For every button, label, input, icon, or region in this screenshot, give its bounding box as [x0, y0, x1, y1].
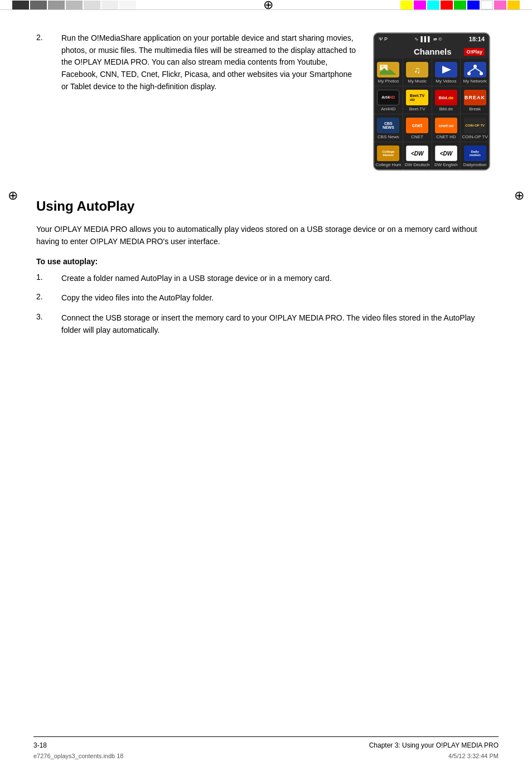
autoplay-description: Your O!PLAY MEDIA PRO allows you to auto… [36, 223, 496, 248]
svg-rect-8 [465, 62, 486, 77]
channel-cnet[interactable]: cnet CNET [403, 114, 432, 142]
cnethd-icon: cnet HD [435, 118, 457, 133]
svg-text:♫: ♫ [414, 65, 420, 75]
oplay-badge: O!Play [464, 48, 485, 56]
step-text-1: Create a folder named AutoPlay in a USB … [61, 273, 332, 285]
footer-chapter: Chapter 3: Using your O!PLAY MEDIA PRO [369, 741, 499, 749]
channel-dwenglish[interactable]: <DW DW English [432, 142, 461, 169]
item-body-2: Run the O!MediaShare application on your… [61, 32, 356, 93]
phone-time: 18:14 [469, 36, 485, 42]
channel-label-my-music: My Music [408, 79, 427, 84]
svg-point-9 [473, 65, 477, 68]
phone-title-bar: Channels O!Play [374, 45, 489, 59]
channel-art4hd[interactable]: Art4HD Art4HD [374, 86, 403, 114]
item-number-2: 2. [36, 32, 50, 93]
autoplay-section: Using AutoPlay Your O!PLAY MEDIA PRO all… [36, 198, 496, 337]
dailymotion-icon: Dailymotion [464, 146, 486, 161]
channel-break[interactable]: BREAK Break [461, 86, 489, 114]
top-bar: ⊕ [0, 0, 532, 10]
wifi-icon: ∿ [414, 36, 419, 42]
phone-status-bar: Ψ P ∿ ▌▌▌ ⇄ © 18:14 [374, 33, 489, 45]
channel-label-bilde: Bild.de [439, 106, 453, 111]
channel-label-art4hd: Art4HD [381, 106, 395, 111]
phone-status-left: Ψ P [379, 36, 388, 42]
phone-frame: Ψ P ∿ ▌▌▌ ⇄ © 18:14 Channels [373, 32, 490, 171]
page-content: ⊕ ⊕ 2. Run the O!MediaShare application … [0, 10, 532, 411]
page-footer: 3-18 Chapter 3: Using your O!PLAY MEDIA … [0, 736, 532, 759]
footer-divider [33, 736, 499, 737]
phone-status-center: ∿ ▌▌▌ ⇄ © [414, 36, 442, 42]
left-reg-mark: ⊕ [8, 188, 18, 203]
right-reg-mark: ⊕ [514, 188, 524, 203]
my-photos-icon [377, 62, 399, 77]
phone-status-icons-left: Ψ P [379, 36, 388, 42]
step-item-2: 2. Copy the video files into the AutoPla… [36, 292, 496, 304]
autoplay-title: Using AutoPlay [36, 198, 496, 214]
channel-dailymotion[interactable]: Dailymotion Dailymotion [461, 142, 489, 169]
phone-screenshot: Ψ P ∿ ▌▌▌ ⇄ © 18:14 Channels [373, 32, 496, 171]
channel-cbsnews[interactable]: CBSNEWS CBS News [374, 114, 403, 142]
channel-cnethd[interactable]: cnet HD CNET HD [432, 114, 461, 142]
channel-label-cnethd: CNET HD [436, 134, 456, 139]
channel-collegehum[interactable]: CollegeHumor College Hum [374, 142, 403, 169]
footer-filename: e7276_oplays3_contents.indb 18 [33, 753, 123, 759]
dwenglish-icon: <DW [435, 146, 457, 161]
channel-dwdeutsch[interactable]: <DW DW Deutsch [403, 142, 432, 169]
svg-point-2 [381, 65, 384, 67]
intro-text-area: 2. Run the O!MediaShare application on y… [36, 32, 356, 171]
channel-my-photos[interactable]: My Photos [374, 59, 403, 86]
step-text-2: Copy the video files into the AutoPlay f… [61, 292, 214, 304]
beetv-icon: Beet.TVHD [406, 90, 428, 105]
svg-point-10 [467, 72, 471, 75]
my-network-icon [464, 62, 486, 77]
channel-label-beetv: Beet.TV [409, 106, 425, 111]
bilde-icon: Bild.de [435, 90, 457, 105]
signal-icon: ▌▌▌ [420, 36, 431, 42]
channels-grid: My Photos ♫ My Music My V [374, 59, 489, 169]
channel-label-my-network: My Network [463, 79, 487, 84]
cnet-icon: cnet [406, 118, 428, 133]
channel-bilde[interactable]: Bild.de Bild.de [432, 86, 461, 114]
channel-my-music[interactable]: ♫ My Music [403, 59, 432, 86]
art4hd-icon: Art4HD [377, 90, 399, 105]
my-videos-icon [435, 62, 457, 77]
footer-filename-bar: e7276_oplays3_contents.indb 18 4/5/12 3:… [33, 753, 499, 759]
steps-list: 1. Create a folder named AutoPlay in a U… [36, 273, 496, 337]
channel-label-my-photos: My Photos [378, 79, 399, 84]
channel-my-videos[interactable]: My Videos [432, 59, 461, 86]
coinop-icon: COIN-OP TV [464, 118, 486, 133]
step-text-3: Connect the USB storage or insert the me… [61, 312, 496, 336]
arrow-icon: ⇄ [433, 37, 437, 42]
autoplay-subtitle: To use autoplay: [36, 257, 496, 266]
numbered-item-2: 2. Run the O!MediaShare application on y… [36, 32, 356, 93]
step-item-3: 3. Connect the USB storage or insert the… [36, 312, 496, 336]
step-num-1: 1. [36, 273, 50, 285]
svg-point-11 [480, 72, 483, 75]
step-num-2: 2. [36, 292, 50, 304]
my-music-icon: ♫ [406, 62, 428, 77]
break-icon: BREAK [464, 90, 486, 105]
cbsnews-icon: CBSNEWS [377, 118, 399, 133]
channel-label-my-videos: My Videos [436, 79, 456, 84]
channel-label-coinop: COIN-OP TV [462, 134, 487, 139]
step-item-1: 1. Create a folder named AutoPlay in a U… [36, 273, 496, 285]
dwdeutsch-icon: <DW [406, 146, 428, 161]
collegehum-icon: CollegeHumor [377, 146, 399, 161]
channel-label-collegehum: College Hum [375, 162, 401, 167]
circle-icon: © [439, 37, 442, 42]
channel-label-dwenglish: DW English [434, 162, 458, 167]
intro-section: 2. Run the O!MediaShare application on y… [36, 32, 496, 171]
channel-beetv[interactable]: Beet.TVHD Beet.TV [403, 86, 432, 114]
channel-coinop[interactable]: COIN-OP TV COIN-OP TV [461, 114, 489, 142]
channel-label-cbsnews: CBS News [378, 134, 399, 139]
channel-label-break: Break [469, 106, 481, 111]
channel-label-cnet: CNET [411, 134, 423, 139]
channel-my-network[interactable]: My Network [461, 59, 489, 86]
channel-label-dailymotion: Dailymotion [463, 162, 487, 167]
footer-content: 3-18 Chapter 3: Using your O!PLAY MEDIA … [33, 741, 499, 749]
page-wrapper: ⊕ ⊕ ⊕ 2. Run the O!MediaShare applicatio… [0, 0, 532, 776]
step-num-3: 3. [36, 312, 50, 336]
footer-page-num: 3-18 [33, 741, 47, 749]
phone-title: Channels [401, 47, 464, 56]
footer-date: 4/5/12 3:32:44 PM [448, 753, 499, 759]
